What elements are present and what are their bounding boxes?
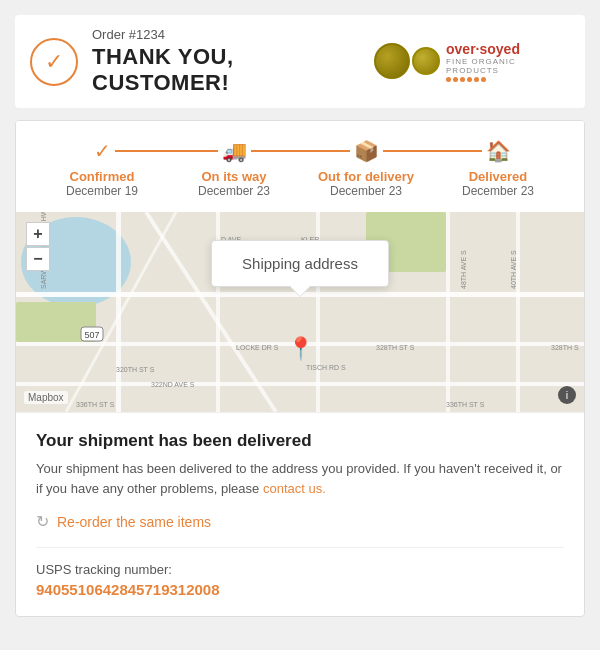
svg-text:LOCKE DR S: LOCKE DR S xyxy=(236,344,279,351)
svg-text:507: 507 xyxy=(84,330,99,340)
mapbox-attribution: Mapbox xyxy=(24,391,68,404)
delivery-description: Your shipment has been delivered to the … xyxy=(36,459,564,498)
shipping-address-text: Shipping address xyxy=(242,255,358,272)
logo-circle-big xyxy=(374,43,410,79)
confirmed-icon: ✓ xyxy=(90,139,115,163)
brand-dot-3 xyxy=(460,77,465,82)
map-controls[interactable]: + − xyxy=(26,222,50,271)
svg-text:320TH ST S: 320TH ST S xyxy=(116,366,155,373)
brand-logo-inner: over·soyed FINE ORGANIC PRODUCTS xyxy=(374,41,570,83)
map-info-icon[interactable]: i xyxy=(558,386,576,404)
brand-dots xyxy=(446,77,570,82)
header-left: ✓ Order #1234 THANK YOU, CUSTOMER! xyxy=(30,27,374,96)
svg-text:TISCH RD S: TISCH RD S xyxy=(306,364,346,371)
delivered-icon: 🏠 xyxy=(482,139,515,163)
step-line-3 xyxy=(366,150,498,152)
tracking-number: 9405510642845719312008 xyxy=(36,581,564,598)
header: ✓ Order #1234 THANK YOU, CUSTOMER! over·… xyxy=(15,15,585,108)
out-for-delivery-icon: 📦 xyxy=(350,139,383,163)
confirmed-date: December 19 xyxy=(66,184,138,198)
out-for-delivery-date: December 23 xyxy=(330,184,402,198)
out-for-delivery-label: Out for delivery xyxy=(318,169,414,184)
logo-circles xyxy=(374,43,440,79)
main-card: ✓ Confirmed December 19 🚚 On its way Dec… xyxy=(15,120,585,617)
on-its-way-label: On its way xyxy=(201,169,266,184)
delivery-info: Your shipment has been delivered Your sh… xyxy=(16,412,584,616)
on-its-way-icon: 🚚 xyxy=(218,139,251,163)
brand-sub: FINE ORGANIC PRODUCTS xyxy=(446,57,570,75)
svg-text:328TH S: 328TH S xyxy=(551,344,579,351)
svg-text:322ND AVE S: 322ND AVE S xyxy=(151,381,195,388)
tracking-label: USPS tracking number: xyxy=(36,562,564,577)
step-icon-row-confirmed: ✓ xyxy=(36,139,168,163)
brand-logo: over·soyed FINE ORGANIC PRODUCTS xyxy=(374,41,570,83)
step-delivered: 🏠 Delivered December 23 xyxy=(432,139,564,198)
step-on-its-way: 🚚 On its way December 23 xyxy=(168,139,300,198)
brand-dot-4 xyxy=(467,77,472,82)
on-its-way-date: December 23 xyxy=(198,184,270,198)
logo-circle-small xyxy=(412,47,440,75)
brand-dot-5 xyxy=(474,77,479,82)
delivered-date: December 23 xyxy=(462,184,534,198)
reorder-row[interactable]: ↻ Re-order the same items xyxy=(36,512,564,531)
svg-text:336TH ST S: 336TH ST S xyxy=(76,401,115,408)
brand-name: over·soyed xyxy=(446,41,570,58)
brand-dot-1 xyxy=(446,77,451,82)
zoom-out-button[interactable]: − xyxy=(26,247,50,271)
progress-tracker: ✓ Confirmed December 19 🚚 On its way Dec… xyxy=(16,121,584,212)
contact-us-link[interactable]: contact us. xyxy=(263,481,326,496)
svg-rect-11 xyxy=(516,212,520,412)
delivery-title: Your shipment has been delivered xyxy=(36,431,564,451)
step-line-2 xyxy=(234,150,366,152)
check-circle-icon: ✓ xyxy=(30,38,78,86)
step-line-1 xyxy=(102,150,234,152)
svg-text:40TH AVE S: 40TH AVE S xyxy=(510,250,517,289)
reorder-link[interactable]: Re-order the same items xyxy=(57,514,211,530)
svg-rect-6 xyxy=(16,382,584,386)
svg-text:328TH ST S: 328TH ST S xyxy=(376,344,415,351)
reorder-icon: ↻ xyxy=(36,512,49,531)
svg-rect-10 xyxy=(446,212,450,412)
shipping-tooltip: Shipping address xyxy=(211,240,389,287)
step-confirmed: ✓ Confirmed December 19 xyxy=(36,139,168,198)
confirmed-label: Confirmed xyxy=(70,169,135,184)
svg-text:336TH ST S: 336TH ST S xyxy=(446,401,485,408)
order-number: Order #1234 xyxy=(92,27,374,42)
brand-dot-6 xyxy=(481,77,486,82)
brand-text: over·soyed FINE ORGANIC PRODUCTS xyxy=(446,41,570,83)
brand-dot-2 xyxy=(453,77,458,82)
delivered-label: Delivered xyxy=(469,169,528,184)
zoom-in-button[interactable]: + xyxy=(26,222,50,246)
check-icon: ✓ xyxy=(45,49,63,75)
map-container[interactable]: SARWAY MCKENNA HWY 320TH ST S 336TH ST S… xyxy=(16,212,584,412)
svg-text:48TH AVE S: 48TH AVE S xyxy=(460,250,467,289)
map-pin-icon: 📍 xyxy=(287,336,314,362)
divider xyxy=(36,547,564,548)
header-text: Order #1234 THANK YOU, CUSTOMER! xyxy=(92,27,374,96)
thank-you-title: THANK YOU, CUSTOMER! xyxy=(92,44,374,96)
step-out-for-delivery: 📦 Out for delivery December 23 xyxy=(300,139,432,198)
info-text: i xyxy=(566,389,568,401)
